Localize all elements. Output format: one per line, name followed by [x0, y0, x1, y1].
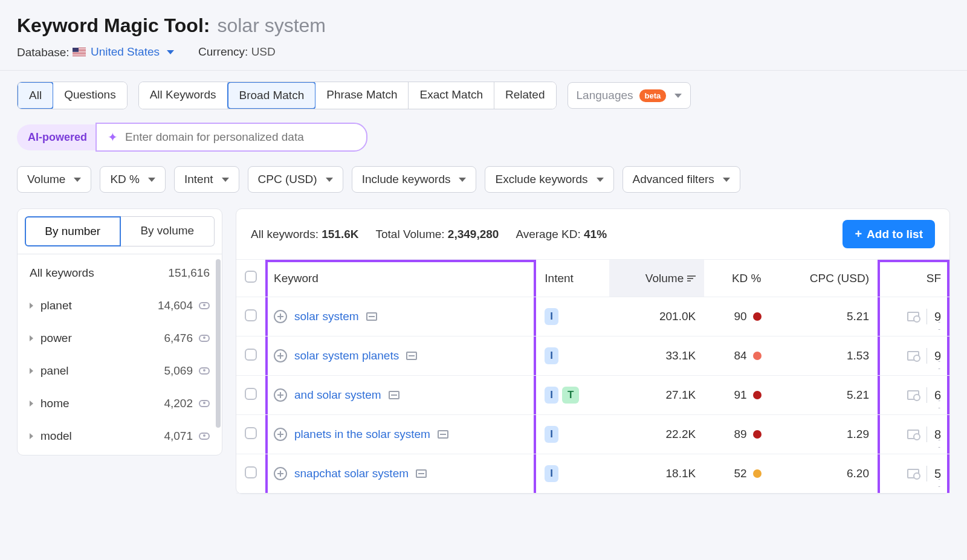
volume-cell: 33.1K	[609, 336, 705, 376]
filter-volume[interactable]: Volume	[17, 166, 91, 193]
serp-icon[interactable]	[438, 430, 448, 439]
sf-count: 9	[934, 349, 941, 363]
serp-features-icon[interactable]	[907, 469, 919, 478]
filter-cpc[interactable]: CPC (USD)	[248, 166, 343, 193]
tab-questions[interactable]: Questions	[53, 82, 127, 109]
add-to-list-button[interactable]: + Add to list	[842, 220, 935, 248]
sidebar-item[interactable]: model 4,071	[18, 420, 222, 452]
sort-desc-icon	[687, 274, 696, 283]
database-label: Database:	[17, 46, 70, 59]
chevron-down-icon	[74, 178, 81, 182]
domain-input-wrapper[interactable]: ✦	[95, 123, 367, 152]
sf-count: 9	[934, 310, 941, 324]
tab-related[interactable]: Related	[494, 82, 556, 109]
kd-cell: 52	[713, 467, 761, 480]
sidebar-item[interactable]: power 6,476	[18, 322, 222, 355]
sidebar-item-label: panel	[40, 364, 69, 378]
sidebar-item-label: home	[40, 397, 70, 410]
eye-icon[interactable]	[199, 367, 210, 375]
col-volume[interactable]: Volume	[609, 260, 705, 297]
row-checkbox[interactable]	[245, 466, 257, 478]
serp-icon[interactable]	[406, 352, 417, 360]
sf-cell: 8	[886, 426, 941, 442]
col-cpc[interactable]: CPC (USD)	[770, 260, 878, 297]
keyword-link[interactable]: and solar system	[294, 388, 381, 402]
sidebar-all-keywords[interactable]: All keywords 151,616	[18, 257, 222, 289]
filter-include[interactable]: Include keywords	[352, 166, 477, 193]
tab-broad-match[interactable]: Broad Match	[227, 82, 317, 109]
results-panel: All keywords: 151.6K Total Volume: 2,349…	[236, 208, 950, 494]
row-checkbox[interactable]	[245, 388, 257, 400]
sidebar-tab-by-volume[interactable]: By volume	[121, 216, 215, 246]
intent-badge: I	[545, 465, 558, 482]
serp-icon[interactable]	[389, 391, 399, 399]
sidebar-item-count: 6,476	[164, 332, 193, 345]
filter-intent[interactable]: Intent	[174, 166, 239, 193]
languages-dropdown[interactable]: Languages beta	[568, 82, 691, 109]
add-keyword-icon[interactable]	[274, 349, 287, 362]
col-sf[interactable]: SF	[878, 260, 949, 297]
serp-features-icon[interactable]	[907, 312, 919, 321]
keyword-groups-sidebar: By number By volume All keywords 151,616…	[17, 208, 222, 455]
tab-all-keywords[interactable]: All Keywords	[139, 82, 228, 109]
volume-cell: 27.1K	[609, 376, 705, 415]
eye-icon[interactable]	[199, 433, 210, 440]
sidebar-item[interactable]: planet 14,604	[18, 289, 222, 322]
sf-cell: 9	[886, 309, 941, 324]
serp-features-icon[interactable]	[907, 430, 919, 439]
serp-icon[interactable]	[416, 469, 427, 478]
row-checkbox[interactable]	[245, 349, 257, 361]
serp-features-icon[interactable]	[907, 351, 919, 361]
domain-input[interactable]	[125, 130, 355, 144]
add-keyword-icon[interactable]	[274, 428, 287, 441]
row-checkbox[interactable]	[245, 427, 257, 439]
tab-exact-match[interactable]: Exact Match	[409, 82, 494, 109]
kd-cell: 89	[713, 428, 761, 441]
add-keyword-icon[interactable]	[274, 388, 287, 402]
tab-phrase-match[interactable]: Phrase Match	[315, 82, 409, 109]
chevron-right-icon	[30, 303, 33, 309]
summary-volume-label: Total Volume:	[375, 228, 444, 240]
difficulty-dot-icon	[753, 430, 762, 439]
add-keyword-icon[interactable]	[274, 467, 287, 480]
keyword-link[interactable]: solar system planets	[294, 349, 399, 362]
sidebar-item-count: 4,202	[164, 397, 193, 410]
col-keyword[interactable]: Keyword	[265, 260, 536, 297]
sf-count: 6	[934, 388, 941, 402]
cpc-cell: 6.20	[770, 454, 878, 494]
chevron-right-icon	[30, 401, 33, 407]
filter-kd[interactable]: KD %	[100, 166, 166, 193]
serp-features-icon[interactable]	[907, 390, 919, 400]
kd-cell: 84	[713, 349, 761, 362]
eye-icon[interactable]	[199, 400, 210, 407]
sidebar-item[interactable]: home 4,202	[18, 387, 222, 420]
serp-icon[interactable]	[366, 312, 377, 321]
col-kd[interactable]: KD %	[704, 260, 769, 297]
database-selector[interactable]: United States	[73, 45, 174, 59]
keyword-link[interactable]: snapchat solar system	[294, 467, 409, 480]
eye-icon[interactable]	[199, 335, 210, 342]
add-to-list-label: Add to list	[867, 228, 923, 241]
cpc-cell: 1.53	[770, 336, 878, 376]
sf-cell: 5	[886, 466, 941, 481]
chevron-right-icon	[30, 335, 33, 341]
row-checkbox[interactable]	[245, 309, 257, 321]
keyword-link[interactable]: planets in the solar system	[294, 428, 430, 441]
sidebar-tab-by-number[interactable]: By number	[25, 216, 121, 246]
table-row: and solar system IT 27.1K 91 5.21 6	[236, 376, 949, 415]
keyword-link[interactable]: solar system	[294, 310, 359, 323]
sidebar-item[interactable]: panel 5,069	[18, 355, 222, 387]
sparkle-icon: ✦	[108, 130, 118, 144]
tab-all[interactable]: All	[17, 82, 54, 109]
sf-cell: 6	[886, 387, 941, 403]
kd-cell: 90	[713, 310, 761, 323]
add-keyword-icon[interactable]	[274, 310, 287, 323]
col-intent[interactable]: Intent	[536, 260, 609, 297]
eye-icon[interactable]	[199, 302, 210, 309]
filter-exclude[interactable]: Exclude keywords	[485, 166, 613, 193]
scrollbar[interactable]	[216, 259, 221, 428]
select-all-checkbox[interactable]	[245, 271, 257, 283]
table-row: snapchat solar system I 18.1K 52 6.20 5	[236, 454, 949, 494]
table-row: solar system I 201.0K 90 5.21 9	[236, 297, 949, 336]
filter-advanced[interactable]: Advanced filters	[623, 166, 740, 193]
